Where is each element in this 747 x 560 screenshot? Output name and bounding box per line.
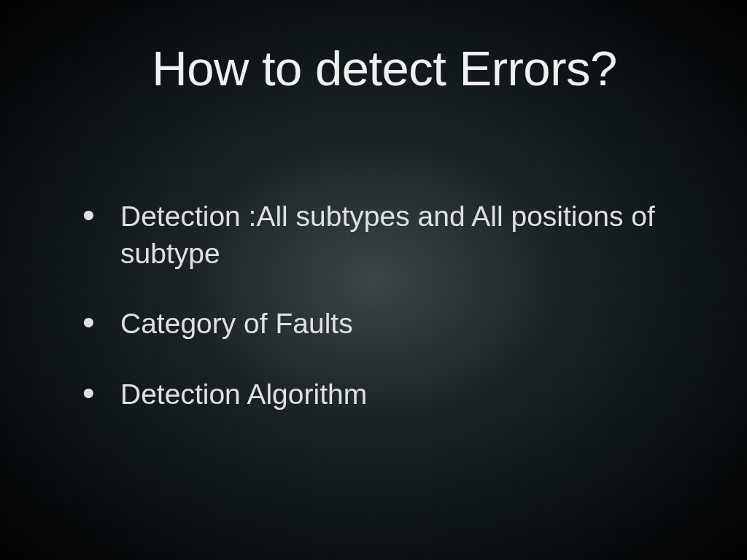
bullet-list: Detection :All subtypes and All position… (55, 198, 692, 413)
bullet-item: Detection :All subtypes and All position… (82, 198, 692, 272)
slide-title: How to detect Errors? (91, 40, 678, 96)
bullet-item: Detection Algorithm (82, 376, 692, 413)
bullet-item: Category of Faults (82, 306, 692, 343)
slide-container: How to detect Errors? Detection :All sub… (0, 0, 747, 560)
